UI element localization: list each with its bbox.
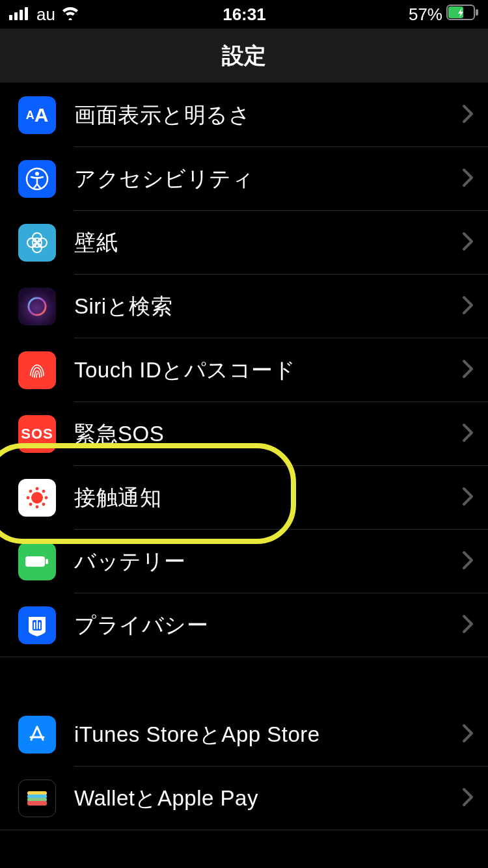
page-title: 設定 (222, 41, 266, 71)
row-label: バッテリー (56, 547, 462, 576)
svg-point-20 (29, 490, 33, 493)
svg-rect-2 (20, 10, 23, 20)
privacy-icon (18, 606, 56, 644)
chevron-right-icon (462, 787, 488, 809)
battery-percent: 57% (409, 5, 442, 25)
settings-list: AA 画面表示と明るさ アクセシビリティ 壁紙 S (0, 83, 488, 657)
status-bar: au 16:31 57% (0, 0, 488, 29)
chevron-right-icon (462, 168, 488, 190)
chevron-right-icon (462, 359, 488, 381)
row-touchid-passcode[interactable]: Touch IDとパスコード (0, 338, 488, 402)
row-wallpaper[interactable]: 壁紙 (0, 211, 488, 275)
svg-rect-3 (25, 7, 28, 20)
row-battery[interactable]: バッテリー (0, 530, 488, 593)
carrier-label: au (36, 5, 55, 25)
exposure-icon (18, 479, 56, 517)
row-label: Touch IDとパスコード (56, 356, 462, 385)
row-label: WalletとApple Pay (56, 784, 462, 813)
row-label: プライバシー (56, 611, 462, 640)
chevron-right-icon (462, 232, 488, 254)
battery-status-icon (446, 5, 479, 25)
row-siri-search[interactable]: Siriと検索 (0, 275, 488, 338)
chevron-right-icon (462, 104, 488, 126)
group-separator (0, 657, 488, 703)
chevron-right-icon (462, 614, 488, 636)
chevron-right-icon (462, 550, 488, 573)
status-right: 57% (409, 5, 479, 25)
wallet-icon (18, 780, 56, 817)
row-label: 接触通知 (56, 483, 462, 513)
appstore-icon (18, 716, 56, 753)
chevron-right-icon (462, 423, 488, 445)
text-size-icon: AA (18, 96, 56, 134)
svg-rect-24 (25, 556, 45, 567)
wallpaper-icon (18, 224, 56, 262)
svg-point-21 (42, 490, 46, 493)
row-label: iTunes StoreとApp Store (56, 720, 462, 750)
row-label: 画面表示と明るさ (56, 101, 462, 130)
svg-point-23 (42, 503, 46, 506)
svg-point-15 (31, 492, 43, 504)
fingerprint-icon (18, 351, 56, 389)
row-itunes-appstore[interactable]: iTunes StoreとApp Store (0, 703, 488, 766)
status-left: au (9, 5, 80, 25)
svg-rect-25 (46, 559, 48, 564)
svg-rect-31 (27, 801, 47, 806)
row-emergency-sos[interactable]: SOS 緊急SOS (0, 402, 488, 466)
svg-point-19 (45, 496, 48, 500)
svg-rect-1 (14, 12, 18, 20)
svg-point-17 (36, 506, 39, 509)
chevron-right-icon (462, 295, 488, 318)
row-accessibility[interactable]: アクセシビリティ (0, 147, 488, 211)
sos-icon: SOS (18, 415, 56, 453)
chevron-right-icon (462, 724, 488, 746)
wifi-icon (61, 5, 80, 25)
cellular-signal-icon (9, 5, 31, 25)
row-display-brightness[interactable]: AA 画面表示と明るさ (0, 83, 488, 147)
svg-point-16 (36, 487, 39, 491)
row-exposure-notification[interactable]: 接触通知 (0, 466, 488, 530)
siri-icon (18, 288, 56, 325)
row-wallet-applepay[interactable]: WalletとApple Pay (0, 766, 488, 830)
chevron-right-icon (462, 487, 488, 509)
svg-rect-0 (9, 15, 12, 20)
battery-icon (18, 543, 56, 580)
row-label: Siriと検索 (56, 292, 462, 321)
row-privacy[interactable]: プライバシー (0, 593, 488, 657)
svg-point-14 (29, 298, 46, 315)
settings-list-2: iTunes StoreとApp Store WalletとApple Pay (0, 703, 488, 830)
svg-point-8 (35, 172, 39, 176)
accessibility-icon (18, 160, 56, 198)
row-label: アクセシビリティ (56, 165, 462, 194)
svg-point-22 (29, 503, 33, 506)
row-label: 壁紙 (56, 228, 462, 258)
svg-point-18 (27, 496, 30, 500)
nav-title: 設定 (0, 29, 488, 83)
row-label: 緊急SOS (56, 420, 462, 449)
svg-rect-6 (476, 9, 478, 16)
clock: 16:31 (223, 5, 266, 25)
